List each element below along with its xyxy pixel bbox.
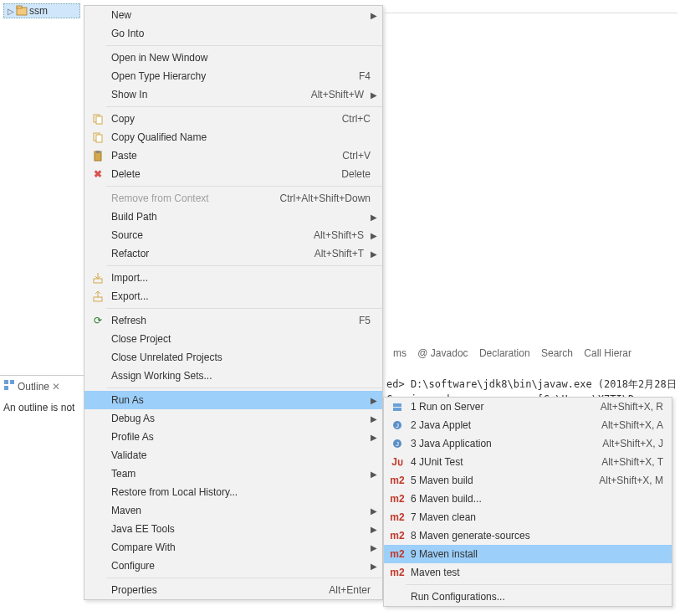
submenu-item-4-junit-test[interactable]: Jᴜ4 JUnit TestAlt+Shift+X, T [384, 453, 672, 471]
submenu-item-maven-test[interactable]: m2Maven test [384, 563, 672, 582]
menu-item-label: Run As [106, 394, 364, 406]
menu-item-copy[interactable]: CopyCtrl+C [84, 110, 382, 128]
submenu-item-1-run-on-server[interactable]: 1 Run on ServerAlt+Shift+X, R [384, 398, 672, 416]
menu-item-open-type-hierarchy[interactable]: Open Type HierarchyF4 [84, 67, 382, 85]
menu-item-label: Configure [106, 560, 364, 572]
svg-rect-10 [96, 151, 100, 153]
submenu-item-label: 6 Maven build... [406, 493, 663, 505]
submenu-arrow-icon: ▶ [367, 90, 377, 100]
menu-item-profile-as[interactable]: Profile As▶ [84, 428, 382, 446]
submenu-item-label: 7 Maven clean [406, 511, 663, 523]
m2-icon: m2 [389, 493, 406, 505]
m2-icon: m2 [389, 530, 406, 542]
menu-item-compare-with[interactable]: Compare With▶ [84, 538, 382, 557]
refresh-icon: ⟳ [89, 315, 106, 326]
svg-rect-3 [10, 380, 14, 384]
menu-item-debug-as[interactable]: Debug As▶ [84, 409, 382, 428]
outline-icon [3, 379, 15, 393]
m2-icon: m2 [389, 475, 406, 486]
view-tab[interactable]: @ Javadoc [417, 347, 468, 359]
menu-item-java-ee-tools[interactable]: Java EE Tools▶ [84, 520, 382, 538]
menu-separator [106, 265, 382, 266]
menu-item-refresh[interactable]: ⟳RefreshF5 [84, 311, 382, 330]
submenu-arrow-icon: ▶ [367, 213, 377, 222]
svg-rect-1 [17, 6, 22, 8]
menu-item-show-in[interactable]: Show InAlt+Shift+W▶ [84, 85, 382, 104]
m2-icon: m2 [389, 548, 406, 560]
menu-item-label: Maven [106, 505, 364, 516]
submenu-arrow-icon: ▶ [367, 414, 377, 424]
menu-item-configure[interactable]: Configure▶ [84, 557, 382, 575]
menu-item-maven[interactable]: Maven▶ [84, 501, 382, 520]
tree-node-ssm[interactable]: ▷ ssm [3, 3, 80, 18]
menu-item-go-into[interactable]: Go Into [84, 24, 382, 43]
menu-item-label: Refresh [106, 315, 359, 326]
menu-item-shortcut: Alt+Enter [329, 584, 374, 596]
submenu-item-7-maven-clean[interactable]: m27 Maven clean [384, 508, 672, 526]
menu-item-label: Export... [106, 290, 371, 302]
menu-item-label: Copy Qualified Name [106, 131, 371, 143]
menu-item-restore-from-local-history[interactable]: Restore from Local History... [84, 483, 382, 501]
menu-item-refactor[interactable]: RefactorAlt+Shift+T▶ [84, 244, 382, 263]
submenu-item-label: 4 JUnit Test [406, 456, 601, 468]
menu-item-new[interactable]: New▶ [84, 6, 382, 24]
menu-item-close-project[interactable]: Close Project [84, 330, 382, 348]
menu-item-run-as[interactable]: Run As▶ [84, 391, 382, 409]
submenu-item-2-java-applet[interactable]: J2 Java AppletAlt+Shift+X, A [384, 416, 672, 434]
delete-icon: ✖ [89, 168, 106, 180]
submenu-item-8-maven-generate-sources[interactable]: m28 Maven generate-sources [384, 526, 672, 545]
submenu-arrow-icon: ▶ [367, 433, 377, 442]
menu-item-label: Open Type Hierarchy [106, 70, 359, 82]
menu-item-label: New [106, 9, 364, 21]
java-icon: J [389, 419, 406, 431]
menu-item-source[interactable]: SourceAlt+Shift+S▶ [84, 226, 382, 244]
submenu-item-6-maven-build[interactable]: m26 Maven build... [384, 490, 672, 508]
menu-item-copy-qualified-name[interactable]: Copy Qualified Name [84, 128, 382, 146]
view-tab[interactable]: Declaration [479, 347, 530, 359]
menu-item-open-in-new-window[interactable]: Open in New Window [84, 49, 382, 67]
view-tab[interactable]: ms [393, 347, 406, 359]
submenu-arrow-icon: ▶ [367, 562, 377, 571]
menu-separator [406, 584, 672, 585]
menu-item-label: Properties [106, 584, 329, 596]
menu-item-import[interactable]: Import... [84, 269, 382, 287]
menu-item-shortcut: Alt+Shift+T [314, 248, 367, 259]
view-tab[interactable]: Search [541, 347, 573, 359]
menu-item-team[interactable]: Team▶ [84, 465, 382, 483]
submenu-arrow-icon: ▶ [367, 470, 377, 479]
submenu-item-run-configurations[interactable]: Run Configurations... [384, 588, 672, 606]
menu-item-close-unrelated-projects[interactable]: Close Unrelated Projects [84, 348, 382, 367]
menu-item-label: Close Unrelated Projects [106, 352, 371, 363]
submenu-arrow-icon: ▶ [367, 506, 377, 516]
submenu-item-5-maven-build[interactable]: m25 Maven buildAlt+Shift+X, M [384, 471, 672, 490]
project-explorer: ▷ ssm [0, 0, 84, 335]
menu-item-validate[interactable]: Validate [84, 446, 382, 465]
close-icon[interactable]: ✕ [52, 381, 60, 393]
copy-icon [89, 131, 106, 143]
svg-rect-6 [96, 116, 102, 124]
menu-item-export[interactable]: Export... [84, 287, 382, 305]
menu-item-label: Paste [106, 150, 342, 162]
submenu-item-label: 5 Maven build [406, 475, 599, 486]
menu-item-delete[interactable]: ✖DeleteDelete [84, 165, 382, 183]
menu-item-label: Remove from Context [106, 192, 280, 204]
copy-icon [89, 113, 106, 125]
menu-item-assign-working-sets[interactable]: Assign Working Sets... [84, 367, 382, 385]
svg-text:J: J [396, 422, 399, 429]
menu-item-properties[interactable]: PropertiesAlt+Enter [84, 581, 382, 599]
tree-node-label: ssm [29, 5, 48, 17]
view-tab[interactable]: Call Hierar [584, 347, 631, 359]
menu-item-shortcut: Ctrl+C [342, 113, 374, 125]
ju-icon: Jᴜ [389, 456, 406, 468]
submenu-arrow-icon: ▶ [367, 11, 377, 20]
menu-item-build-path[interactable]: Build Path▶ [84, 208, 382, 226]
submenu-item-shortcut: Alt+Shift+X, T [601, 456, 667, 468]
menu-item-paste[interactable]: PasteCtrl+V [84, 146, 382, 165]
context-menu: New▶Go IntoOpen in New WindowOpen Type H… [84, 5, 383, 600]
menu-item-label: Profile As [106, 431, 364, 443]
submenu-arrow-icon: ▶ [367, 525, 377, 534]
run-as-submenu: 1 Run on ServerAlt+Shift+X, RJ2 Java App… [383, 397, 672, 607]
submenu-item-9-maven-install[interactable]: m29 Maven install [384, 545, 672, 563]
outline-tab-label[interactable]: Outline [18, 381, 49, 393]
submenu-item-3-java-application[interactable]: J3 Java ApplicationAlt+Shift+X, J [384, 434, 672, 453]
